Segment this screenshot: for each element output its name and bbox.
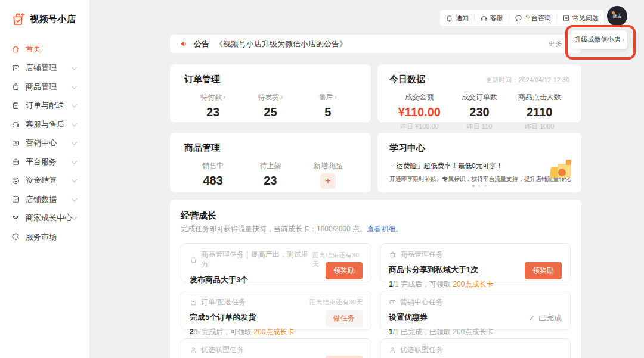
headset-icon xyxy=(480,14,488,22)
sidebar-item-customer-service[interactable]: 客服与售后 xyxy=(0,115,89,134)
faq-button[interactable]: 常见问题 xyxy=(556,14,604,22)
customer-service-label: 客服 xyxy=(490,14,503,23)
learning-center-card: 学习中心 「运费险」超低费率！最低0元可享！ 开通即享限时补贴、专属标识，获得平… xyxy=(377,133,581,192)
sidebar-item-product-management[interactable]: 商品管理 xyxy=(0,77,89,96)
person-icon xyxy=(389,346,397,354)
stat-product-clicks: 商品点击人数 2110 昨日 1000 xyxy=(509,92,569,131)
upgrade-to-wechat-shop-button[interactable]: 升级成微信小店 › xyxy=(571,30,627,49)
customer-service-button[interactable]: 客服 xyxy=(474,14,509,22)
task-completed-status: ✓已完成 xyxy=(528,313,562,323)
claim-reward-button[interactable]: 领奖励 xyxy=(326,356,363,358)
upgrade-label: 升级成微信小店 xyxy=(574,35,620,44)
announcement-label: 公告 xyxy=(194,39,209,49)
chevron-right-icon: › xyxy=(335,93,337,101)
chevron-down-icon xyxy=(72,139,78,145)
today-data-card: 今日数据 更新时间：2024/04/12 12:30 成交金额 ¥110.00 … xyxy=(377,64,581,122)
notifications-button[interactable]: 通知 xyxy=(440,14,474,22)
sidebar-item-label: 店铺数据 xyxy=(26,194,57,205)
learning-headline[interactable]: 「运费险」超低费率！最低0元可享！ xyxy=(389,161,569,170)
task-progress: 2/5 完成后，可领取 200点成长卡 xyxy=(190,327,363,337)
brand-name: 视频号小店 xyxy=(30,14,76,25)
stat-on-sale[interactable]: 销售中 483 xyxy=(184,161,242,189)
stat-to-be-listed[interactable]: 待上架 23 xyxy=(242,161,299,189)
chevron-down-icon xyxy=(72,102,78,108)
sidebar-item-home[interactable]: 首页 xyxy=(0,40,89,59)
sidebar-item-label: 平台服务 xyxy=(26,157,57,167)
stat-order-count: 成交订单数 230 昨日 110 xyxy=(450,92,510,131)
chevron-right-icon: › xyxy=(280,93,283,101)
platform-consult-button[interactable]: 平台咨询 xyxy=(509,14,556,22)
stat-label: 待付款 xyxy=(200,93,222,101)
stat-value: ¥110.00 xyxy=(389,105,450,119)
avatar[interactable]: 微店 xyxy=(607,6,627,26)
check-icon: ✓ xyxy=(528,314,535,323)
sidebar-item-merchant-growth[interactable]: 商家成长中心 xyxy=(0,209,89,228)
chevron-right-icon: › xyxy=(223,93,225,101)
stat-label: 售后 xyxy=(319,93,333,101)
sidebar-item-label: 商家成长中心 xyxy=(26,213,72,223)
sidebar-item-label: 首页 xyxy=(26,44,41,55)
stat-value: 2110 xyxy=(509,105,569,119)
home-icon xyxy=(11,45,20,54)
card-title: 经营成长 xyxy=(181,210,571,222)
task-reward: 200点成长卡 xyxy=(253,328,294,336)
task-category: 订单/配送任务 xyxy=(201,297,246,307)
announcement-more-link[interactable]: 更多 xyxy=(548,39,562,49)
carousel-dot[interactable] xyxy=(484,185,487,187)
growth-subtitle: 完成任务即可获得流量扶持，当前成长卡：1000/2000 点。查看明细。 xyxy=(181,224,571,234)
task-progress: 1/1 完成后，可领取 200点成长卡 xyxy=(389,279,562,289)
stat-yesterday: 昨日 ¥100.00 xyxy=(389,122,450,131)
task-card-publish-products: 商品管理任务｜提高产出，测试潜力 距离结束还有30天 发布商品大于3个 3/3 … xyxy=(181,243,371,282)
stat-value: 483 xyxy=(184,174,242,188)
stat-add-product: 新增商品 + xyxy=(299,161,357,189)
chat-bubble-icon xyxy=(515,14,522,22)
sidebar-item-label: 店铺管理 xyxy=(26,63,57,73)
brand-logo: 视频号小店 xyxy=(0,0,89,27)
clipboard-icon xyxy=(11,101,20,110)
task-category: 优选联盟任务 xyxy=(400,345,443,355)
carousel-dot[interactable] xyxy=(472,185,475,187)
task-category: 商品管理任务｜提高产出，测试潜力 xyxy=(201,250,309,270)
sidebar-nav: 首页 店铺管理 商品管理 订单与配送 客服与售后 xyxy=(0,40,89,247)
coupon-icon xyxy=(11,139,20,148)
stat-yesterday: 昨日 1000 xyxy=(509,122,569,131)
task-category: 营销中心任务 xyxy=(400,297,443,307)
updated-time: 更新时间：2024/04/12 12:30 xyxy=(485,76,569,85)
business-growth-card: 经营成长 完成任务即可获得流量扶持，当前成长卡：1000/2000 点。查看明细… xyxy=(170,200,581,358)
announcement-bar[interactable]: 公告 《视频号小店升级为微信小店的公告》 更多 xyxy=(170,35,581,53)
stat-value: 23 xyxy=(242,174,299,188)
stat-value: 5 xyxy=(299,105,357,119)
claim-reward-button[interactable]: 领奖励 xyxy=(326,262,363,279)
chevron-down-icon xyxy=(72,83,78,89)
sidebar-item-marketing-center[interactable]: 营销中心 xyxy=(0,134,89,153)
avatar-logo-dot xyxy=(612,11,615,14)
sidebar-item-fund-settlement[interactable]: 资金结算 xyxy=(0,172,89,191)
view-details-link[interactable]: 查看明细。 xyxy=(367,225,402,233)
stat-after-sales[interactable]: 售后› 5 xyxy=(299,92,357,119)
sidebar-item-orders-delivery[interactable]: 订单与配送 xyxy=(0,96,89,116)
sidebar-item-label: 营销中心 xyxy=(26,138,57,148)
stat-pending-shipment[interactable]: 待发货› 25 xyxy=(242,92,299,119)
stat-yesterday: 昨日 110 xyxy=(450,122,510,131)
person-icon xyxy=(190,346,197,354)
claim-reward-button[interactable]: 领奖励 xyxy=(525,262,562,279)
carousel-dot[interactable] xyxy=(478,185,481,187)
task-progress: 1/1 已完成，已领取 200点成长卡 xyxy=(389,327,562,337)
stat-label: 待发货 xyxy=(258,93,279,101)
chevron-down-icon xyxy=(72,120,78,126)
sidebar-item-label: 服务市场 xyxy=(26,232,57,242)
clipboard-icon xyxy=(190,298,197,306)
sidebar-item-shop-data[interactable]: 店铺数据 xyxy=(0,190,89,209)
task-reward: 200点成长卡 xyxy=(453,280,493,288)
sidebar-item-platform-services[interactable]: 平台服务 xyxy=(0,152,89,172)
shop-bag-logo-icon xyxy=(11,12,26,27)
add-product-button[interactable]: + xyxy=(320,173,336,189)
puzzle-icon xyxy=(11,232,20,241)
learning-description: 开通即享限时补贴、专属标识，获得平台流量支持，提升店铺流量转化 xyxy=(389,175,569,183)
sidebar-item-shop-management[interactable]: 店铺管理 xyxy=(0,59,89,78)
stat-pending-payment[interactable]: 待付款› 23 xyxy=(184,92,242,119)
sidebar-item-service-market[interactable]: 服务市场 xyxy=(0,228,89,247)
chevron-down-icon xyxy=(72,214,78,220)
task-card-alliance-promotion: 优选联盟任务 带动联盟达人带货5次 xyxy=(380,338,571,358)
do-task-button[interactable]: 做任务 xyxy=(326,310,363,327)
